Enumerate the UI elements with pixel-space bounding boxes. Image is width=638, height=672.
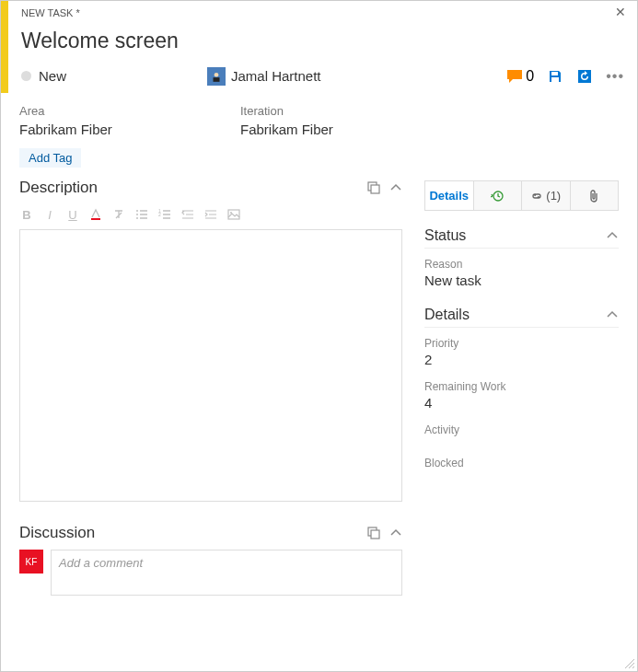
tab-history[interactable]	[474, 181, 523, 210]
tab-details[interactable]: Details	[425, 181, 474, 210]
tab-attachments[interactable]	[571, 181, 619, 210]
svg-point-11	[136, 217, 138, 219]
svg-rect-17	[371, 530, 379, 539]
svg-rect-3	[551, 72, 558, 75]
priority-value[interactable]: 2	[424, 352, 619, 367]
svg-point-10	[136, 214, 138, 215]
assignee-avatar	[207, 67, 226, 86]
maximize-icon[interactable]	[367, 527, 380, 539]
reason-value[interactable]: New task	[424, 272, 619, 288]
svg-text:2: 2	[158, 212, 161, 217]
refresh-button[interactable]	[576, 68, 593, 85]
chevron-up-icon[interactable]	[389, 181, 402, 194]
chevron-up-icon[interactable]	[606, 229, 619, 242]
svg-rect-8	[91, 218, 100, 220]
current-user-avatar: KF	[19, 550, 43, 574]
more-actions-button[interactable]: •••	[606, 68, 624, 85]
discussion-heading: Discussion	[19, 524, 95, 542]
svg-rect-4	[551, 77, 559, 82]
indent-button[interactable]	[203, 208, 218, 224]
underline-button[interactable]: U	[65, 208, 80, 224]
comment-icon	[507, 70, 522, 83]
priority-label: Priority	[424, 337, 619, 350]
clear-format-button[interactable]	[111, 208, 126, 224]
reason-label: Reason	[424, 258, 619, 271]
svg-rect-7	[371, 185, 379, 193]
links-count: (1)	[546, 189, 561, 203]
comment-count-value: 0	[526, 68, 534, 85]
image-button[interactable]	[226, 208, 241, 224]
description-heading: Description	[19, 179, 98, 197]
remaining-work-value[interactable]: 4	[424, 395, 619, 411]
link-icon	[530, 190, 543, 203]
blocked-label: Blocked	[424, 457, 619, 469]
iteration-value[interactable]: Fabrikam Fiber	[240, 122, 461, 137]
remaining-work-label: Remaining Work	[424, 380, 619, 393]
attachment-icon	[587, 190, 600, 203]
chevron-up-icon[interactable]	[606, 308, 619, 321]
maximize-icon[interactable]	[367, 181, 380, 194]
add-tag-button[interactable]: Add Tag	[19, 148, 81, 168]
font-color-button[interactable]	[88, 208, 103, 224]
rich-text-toolbar: B I U 12	[19, 204, 402, 227]
svg-rect-2	[214, 77, 220, 82]
save-button[interactable]	[547, 68, 563, 85]
state-indicator-dot	[21, 71, 31, 81]
bullet-list-button[interactable]	[134, 208, 149, 224]
svg-rect-14	[228, 210, 239, 219]
save-icon	[548, 69, 563, 84]
area-value[interactable]: Fabrikam Fiber	[19, 122, 240, 137]
area-label: Area	[19, 104, 240, 118]
comment-input[interactable]: Add a comment	[51, 550, 402, 596]
chevron-up-icon[interactable]	[389, 527, 402, 539]
number-list-button[interactable]: 12	[157, 208, 172, 224]
details-section-title: Details	[424, 307, 470, 323]
history-icon	[491, 190, 504, 203]
work-item-title[interactable]: Welcome screen	[21, 29, 624, 53]
outdent-button[interactable]	[180, 208, 195, 224]
state-label[interactable]: New	[39, 68, 66, 84]
svg-point-9	[136, 210, 138, 212]
iteration-label: Iteration	[240, 104, 461, 118]
bold-button[interactable]: B	[19, 208, 34, 224]
close-button[interactable]: ✕	[615, 5, 626, 19]
comment-count[interactable]: 0	[507, 68, 534, 85]
refresh-icon	[577, 69, 592, 84]
description-editor[interactable]	[19, 229, 402, 502]
status-section-title: Status	[424, 227, 466, 244]
activity-label: Activity	[424, 423, 619, 436]
tab-links[interactable]: (1)	[522, 181, 571, 210]
resize-grip-icon[interactable]	[624, 658, 635, 669]
italic-button[interactable]: I	[42, 208, 57, 224]
assignee-name[interactable]: Jamal Hartnett	[231, 68, 321, 84]
svg-point-1	[215, 72, 219, 76]
work-item-type-label: NEW TASK *	[21, 7, 80, 18]
